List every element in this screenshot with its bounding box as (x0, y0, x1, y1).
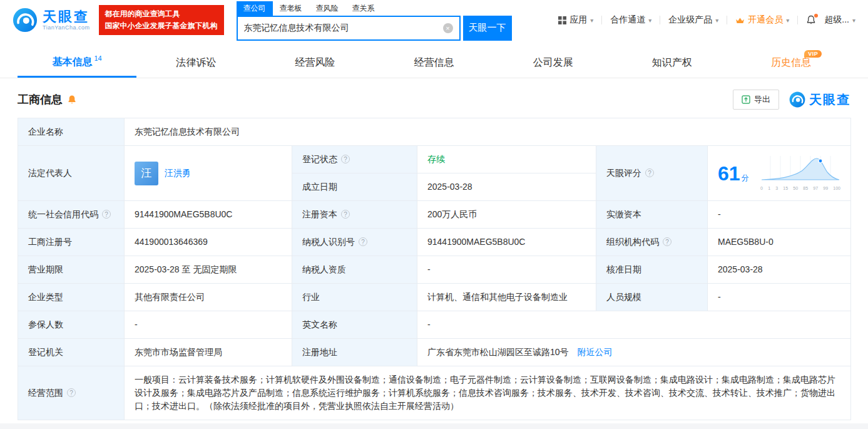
industry-label: 行业 (292, 284, 417, 311)
credit-code-label: 统一社会信用代码? (18, 201, 125, 229)
taxpayer-id-value: 91441900MAEG5B8U0C (417, 229, 596, 256)
nearby-companies-link[interactable]: 附近公司 (577, 347, 612, 357)
info-icon[interactable]: ? (67, 388, 76, 397)
crown-icon (735, 17, 745, 24)
search-tab-company[interactable]: 查公司 (237, 1, 273, 16)
grid-icon (558, 16, 566, 24)
company-name-value: 东莞记忆信息技术有限公司 (125, 118, 851, 146)
tab-history-info[interactable]: 历史信息 VIP (732, 48, 850, 78)
business-scope-label: 经营范围? (18, 366, 125, 420)
search-input[interactable] (244, 23, 443, 33)
paid-capital-value: - (708, 201, 851, 229)
search-tabs: 查公司 查老板 查风险 查关系 (237, 0, 512, 16)
subscribe-bell-icon[interactable] (67, 95, 77, 105)
established-label: 成立日期 (292, 173, 417, 201)
staff-size-value: - (708, 284, 851, 311)
table-row: 经营范围? 一般项目：云计算装备技术服务；计算机软硬件及外围设备制造；通信设备制… (18, 366, 851, 420)
table-row: 登记机关 东莞市市场监督管理局 注册地址 广东省东莞市松山湖园区至诚路10号 附… (18, 339, 851, 366)
search-tab-relation[interactable]: 查关系 (345, 1, 382, 16)
menu-divider (797, 16, 798, 24)
reg-capital-label: 注册资本? (292, 201, 417, 229)
vip-badge: VIP (804, 50, 822, 58)
established-value: 2025-03-28 (417, 173, 596, 201)
taxpayer-quality-label: 纳税人资质 (292, 256, 417, 284)
staff-size-label: 人员规模 (596, 284, 708, 311)
table-row: 法定代表人 汪 汪洪勇 登记状态? 存续 天眼评分? 61分 (18, 146, 851, 173)
chevron-down-icon: ▾ (715, 17, 718, 24)
slogan-line-2: 国家中小企业发展子基金旗下机构 (105, 20, 218, 32)
score-curve-chart: 01 315 5085 9799 100 (760, 155, 840, 192)
info-icon[interactable]: ? (645, 168, 654, 177)
address-value: 广东省东莞市松山湖园区至诚路10号 (427, 347, 569, 357)
search-tab-risk[interactable]: 查风险 (309, 1, 345, 16)
business-term-label: 营业期限 (18, 256, 125, 284)
menu-super[interactable]: 超级... ▾ (824, 14, 855, 26)
notification-bell-icon[interactable] (806, 15, 816, 25)
company-name-label: 企业名称 (18, 118, 125, 146)
approval-date-value: 2025-03-28 (708, 256, 851, 284)
table-row: 统一社会信用代码? 91441900MAEG5B8U0C 注册资本? 200万人… (18, 201, 851, 229)
menu-vip[interactable]: 开通会员 ▾ (735, 14, 789, 26)
business-info-table: 企业名称 东莞记忆信息技术有限公司 法定代表人 汪 汪洪勇 登记状态? 存续 天… (18, 118, 851, 420)
table-row: 营业期限 2025-03-28 至 无固定期限 纳税人资质 - 核准日期 202… (18, 256, 851, 284)
top-menu: 应用 ▾ 合作通道 ▾ 企业级产品 ▾ 开通会员 ▾ (558, 14, 855, 26)
reg-status-label: 登记状态? (292, 146, 417, 173)
legal-rep-avatar[interactable]: 汪 (135, 162, 158, 185)
legal-rep-link[interactable]: 汪洪勇 (165, 167, 191, 180)
tianyancha-logo-icon (789, 91, 805, 108)
slogan-badge: 都在用的商业查询工具 国家中小企业发展子基金旗下机构 (99, 5, 224, 35)
export-button[interactable]: 导出 (733, 90, 779, 110)
taxpayer-id-label: 纳税人识别号? (292, 229, 417, 256)
slogan-line-1: 都在用的商业查询工具 (105, 8, 218, 20)
reg-capital-value: 200万人民币 (417, 201, 596, 229)
legal-rep-label: 法定代表人 (18, 146, 125, 201)
insured-count-value: - (125, 311, 292, 339)
tab-legal-proceedings[interactable]: 法律诉讼 (136, 48, 255, 78)
approval-date-label: 核准日期 (596, 256, 708, 284)
search-box: × (237, 16, 461, 41)
tab-basic-info[interactable]: 基本信息 14 (18, 48, 136, 78)
tianyancha-watermark-logo: 天眼查 (789, 91, 850, 108)
info-icon[interactable]: ? (102, 210, 111, 219)
business-scope-value: 一般项目：云计算装备技术服务；计算机软硬件及外围设备制造；通信设备制造；电子元器… (125, 366, 851, 420)
clear-icon[interactable]: × (443, 23, 453, 33)
notification-dot (814, 14, 818, 18)
reg-status-value: 存续 (417, 146, 596, 173)
info-icon[interactable]: ? (341, 210, 350, 219)
tab-company-development[interactable]: 公司发展 (494, 48, 613, 78)
info-icon[interactable]: ? (663, 237, 671, 246)
tianyancha-logo[interactable]: 天眼查 TianYanCha.com (13, 8, 90, 33)
org-code-value: MAEG5B8U-0 (708, 229, 851, 256)
reg-number-label: 工商注册号 (18, 229, 125, 256)
company-type-label: 企业类型 (18, 284, 125, 311)
menu-apps[interactable]: 应用 ▾ (558, 14, 593, 26)
menu-cooperation[interactable]: 合作通道 ▾ (610, 14, 651, 26)
tab-business-info[interactable]: 经营信息 (374, 48, 493, 78)
search-tab-boss[interactable]: 查老板 (273, 1, 309, 16)
table-row: 企业类型 其他有限责任公司 行业 计算机、通信和其他电子设备制造业 人员规模 - (18, 284, 851, 311)
table-row: 参保人数 - 英文名称 - (18, 311, 851, 339)
english-name-value: - (417, 311, 851, 339)
credit-code-value: 91441900MAEG5B8U0C (125, 201, 292, 229)
chevron-down-icon: ▾ (786, 17, 789, 24)
search-button[interactable]: 天眼一下 (463, 16, 512, 41)
tab-operational-risk[interactable]: 经营风险 (255, 48, 374, 78)
business-term-value: 2025-03-28 至 无固定期限 (125, 256, 292, 284)
info-icon[interactable]: ? (341, 155, 350, 163)
score-cell: 61分 01 315 (708, 146, 851, 201)
table-row: 工商注册号 441900013646369 纳税人识别号? 91441900MA… (18, 229, 851, 256)
chevron-down-icon: ▾ (852, 17, 855, 24)
search-area: 查公司 查老板 查风险 查关系 × 天眼一下 (237, 0, 512, 41)
menu-divider (660, 16, 660, 24)
menu-divider (601, 16, 602, 24)
insured-count-label: 参保人数 (18, 311, 125, 339)
menu-enterprise-product[interactable]: 企业级产品 ▾ (668, 14, 718, 26)
chevron-down-icon: ▾ (590, 17, 593, 24)
registry-value: 东莞市市场监督管理局 (125, 339, 292, 366)
section-divider (0, 423, 868, 429)
score-axis: 01 315 5085 9799 100 (760, 185, 840, 192)
section-header: 工商信息 导出 天眼查 (0, 78, 868, 118)
english-name-label: 英文名称 (292, 311, 417, 339)
info-icon[interactable]: ? (359, 237, 367, 246)
tab-intellectual-property[interactable]: 知识产权 (613, 48, 732, 78)
